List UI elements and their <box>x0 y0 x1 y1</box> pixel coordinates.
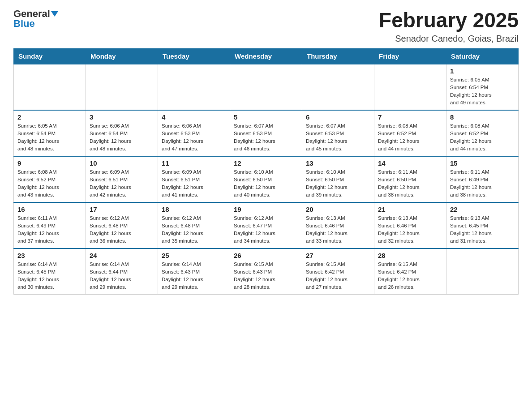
calendar-cell <box>374 64 446 110</box>
day-number: 16 <box>17 206 82 213</box>
logo-general-line: General <box>13 9 58 19</box>
day-info: Sunrise: 6:06 AM Sunset: 6:54 PM Dayligh… <box>90 122 154 153</box>
day-info: Sunrise: 6:15 AM Sunset: 6:42 PM Dayligh… <box>378 261 442 291</box>
day-number: 6 <box>306 113 370 121</box>
calendar-cell: 19Sunrise: 6:12 AM Sunset: 6:47 PM Dayli… <box>230 202 302 248</box>
logo: General Blue <box>13 9 58 29</box>
day-number: 28 <box>378 252 442 259</box>
calendar-header-thursday: Thursday <box>302 48 374 64</box>
calendar-cell: 6Sunrise: 6:07 AM Sunset: 6:53 PM Daylig… <box>302 110 374 156</box>
calendar-cell: 13Sunrise: 6:10 AM Sunset: 6:50 PM Dayli… <box>302 156 374 202</box>
day-info: Sunrise: 6:12 AM Sunset: 6:48 PM Dayligh… <box>90 214 154 245</box>
day-number: 25 <box>162 252 226 259</box>
calendar-cell: 16Sunrise: 6:11 AM Sunset: 6:49 PM Dayli… <box>14 202 86 248</box>
day-number: 20 <box>306 206 370 213</box>
day-info: Sunrise: 6:15 AM Sunset: 6:43 PM Dayligh… <box>234 261 298 291</box>
calendar-cell: 3Sunrise: 6:06 AM Sunset: 6:54 PM Daylig… <box>86 110 158 156</box>
calendar-cell: 17Sunrise: 6:12 AM Sunset: 6:48 PM Dayli… <box>86 202 158 248</box>
calendar-cell <box>302 64 374 110</box>
calendar-cell <box>230 64 302 110</box>
day-info: Sunrise: 6:12 AM Sunset: 6:48 PM Dayligh… <box>162 214 226 245</box>
day-info: Sunrise: 6:05 AM Sunset: 6:54 PM Dayligh… <box>450 76 515 107</box>
day-number: 15 <box>450 159 515 167</box>
day-info: Sunrise: 6:07 AM Sunset: 6:53 PM Dayligh… <box>234 122 298 153</box>
calendar-header-friday: Friday <box>374 48 446 64</box>
day-info: Sunrise: 6:08 AM Sunset: 6:52 PM Dayligh… <box>378 122 442 153</box>
calendar-header-wednesday: Wednesday <box>230 48 302 64</box>
day-info: Sunrise: 6:05 AM Sunset: 6:54 PM Dayligh… <box>17 122 82 153</box>
calendar-cell: 25Sunrise: 6:14 AM Sunset: 6:43 PM Dayli… <box>158 248 230 295</box>
day-number: 13 <box>306 159 370 167</box>
calendar-cell: 1Sunrise: 6:05 AM Sunset: 6:54 PM Daylig… <box>446 64 519 110</box>
day-number: 3 <box>90 113 154 121</box>
calendar-header-row: SundayMondayTuesdayWednesdayThursdayFrid… <box>14 48 519 64</box>
calendar-cell: 8Sunrise: 6:08 AM Sunset: 6:52 PM Daylig… <box>446 110 519 156</box>
calendar-cell: 10Sunrise: 6:09 AM Sunset: 6:51 PM Dayli… <box>86 156 158 202</box>
logo-triangle-icon <box>51 11 58 17</box>
calendar-cell: 4Sunrise: 6:06 AM Sunset: 6:53 PM Daylig… <box>158 110 230 156</box>
calendar-cell: 14Sunrise: 6:11 AM Sunset: 6:50 PM Dayli… <box>374 156 446 202</box>
calendar-cell: 27Sunrise: 6:15 AM Sunset: 6:42 PM Dayli… <box>302 248 374 295</box>
calendar-cell: 20Sunrise: 6:13 AM Sunset: 6:46 PM Dayli… <box>302 202 374 248</box>
day-info: Sunrise: 6:15 AM Sunset: 6:42 PM Dayligh… <box>306 261 370 291</box>
day-info: Sunrise: 6:11 AM Sunset: 6:49 PM Dayligh… <box>450 168 515 199</box>
day-info: Sunrise: 6:10 AM Sunset: 6:50 PM Dayligh… <box>306 168 370 199</box>
day-number: 24 <box>90 252 154 259</box>
day-number: 8 <box>450 113 515 121</box>
day-number: 9 <box>17 159 82 167</box>
calendar-cell: 26Sunrise: 6:15 AM Sunset: 6:43 PM Dayli… <box>230 248 302 295</box>
day-number: 10 <box>90 159 154 167</box>
calendar-cell <box>14 64 86 110</box>
calendar-header-monday: Monday <box>86 48 158 64</box>
location-subtitle: Senador Canedo, Goias, Brazil <box>379 34 519 44</box>
day-info: Sunrise: 6:08 AM Sunset: 6:52 PM Dayligh… <box>17 168 82 199</box>
title-section: February 2025 Senador Canedo, Goias, Bra… <box>379 9 519 44</box>
day-info: Sunrise: 6:13 AM Sunset: 6:45 PM Dayligh… <box>450 214 515 245</box>
day-number: 5 <box>234 113 298 121</box>
calendar-week-row: 9Sunrise: 6:08 AM Sunset: 6:52 PM Daylig… <box>14 156 519 202</box>
calendar-cell: 18Sunrise: 6:12 AM Sunset: 6:48 PM Dayli… <box>158 202 230 248</box>
day-number: 21 <box>378 206 442 213</box>
day-number: 14 <box>378 159 442 167</box>
day-info: Sunrise: 6:08 AM Sunset: 6:52 PM Dayligh… <box>450 122 515 153</box>
calendar-header-sunday: Sunday <box>14 48 86 64</box>
day-info: Sunrise: 6:09 AM Sunset: 6:51 PM Dayligh… <box>90 168 154 199</box>
day-number: 2 <box>17 113 82 121</box>
logo-blue-text: Blue <box>13 18 35 29</box>
day-info: Sunrise: 6:09 AM Sunset: 6:51 PM Dayligh… <box>162 168 226 199</box>
day-info: Sunrise: 6:12 AM Sunset: 6:47 PM Dayligh… <box>234 214 298 245</box>
day-info: Sunrise: 6:11 AM Sunset: 6:50 PM Dayligh… <box>378 168 442 199</box>
day-number: 7 <box>378 113 442 121</box>
calendar-cell: 28Sunrise: 6:15 AM Sunset: 6:42 PM Dayli… <box>374 248 446 295</box>
calendar-cell <box>86 64 158 110</box>
calendar-week-row: 2Sunrise: 6:05 AM Sunset: 6:54 PM Daylig… <box>14 110 519 156</box>
calendar-cell: 21Sunrise: 6:13 AM Sunset: 6:46 PM Dayli… <box>374 202 446 248</box>
calendar-cell: 23Sunrise: 6:14 AM Sunset: 6:45 PM Dayli… <box>14 248 86 295</box>
calendar-cell: 2Sunrise: 6:05 AM Sunset: 6:54 PM Daylig… <box>14 110 86 156</box>
calendar-week-row: 23Sunrise: 6:14 AM Sunset: 6:45 PM Dayli… <box>14 248 519 295</box>
calendar-cell: 9Sunrise: 6:08 AM Sunset: 6:52 PM Daylig… <box>14 156 86 202</box>
day-info: Sunrise: 6:14 AM Sunset: 6:43 PM Dayligh… <box>162 261 226 291</box>
day-number: 17 <box>90 206 154 213</box>
calendar-header-tuesday: Tuesday <box>158 48 230 64</box>
day-info: Sunrise: 6:14 AM Sunset: 6:44 PM Dayligh… <box>90 261 154 291</box>
day-number: 1 <box>450 67 515 75</box>
day-info: Sunrise: 6:11 AM Sunset: 6:49 PM Dayligh… <box>17 214 82 245</box>
calendar-table: SundayMondayTuesdayWednesdayThursdayFrid… <box>13 48 519 295</box>
calendar-cell: 12Sunrise: 6:10 AM Sunset: 6:50 PM Dayli… <box>230 156 302 202</box>
day-number: 4 <box>162 113 226 121</box>
day-number: 18 <box>162 206 226 213</box>
calendar-cell: 22Sunrise: 6:13 AM Sunset: 6:45 PM Dayli… <box>446 202 519 248</box>
month-title: February 2025 <box>379 9 519 32</box>
calendar-cell <box>446 248 519 295</box>
day-number: 11 <box>162 159 226 167</box>
calendar-cell: 11Sunrise: 6:09 AM Sunset: 6:51 PM Dayli… <box>158 156 230 202</box>
day-info: Sunrise: 6:13 AM Sunset: 6:46 PM Dayligh… <box>378 214 442 245</box>
calendar-week-row: 1Sunrise: 6:05 AM Sunset: 6:54 PM Daylig… <box>14 64 519 110</box>
day-number: 26 <box>234 252 298 259</box>
calendar-week-row: 16Sunrise: 6:11 AM Sunset: 6:49 PM Dayli… <box>14 202 519 248</box>
day-number: 22 <box>450 206 515 213</box>
day-number: 12 <box>234 159 298 167</box>
day-info: Sunrise: 6:06 AM Sunset: 6:53 PM Dayligh… <box>162 122 226 153</box>
day-number: 27 <box>306 252 370 259</box>
